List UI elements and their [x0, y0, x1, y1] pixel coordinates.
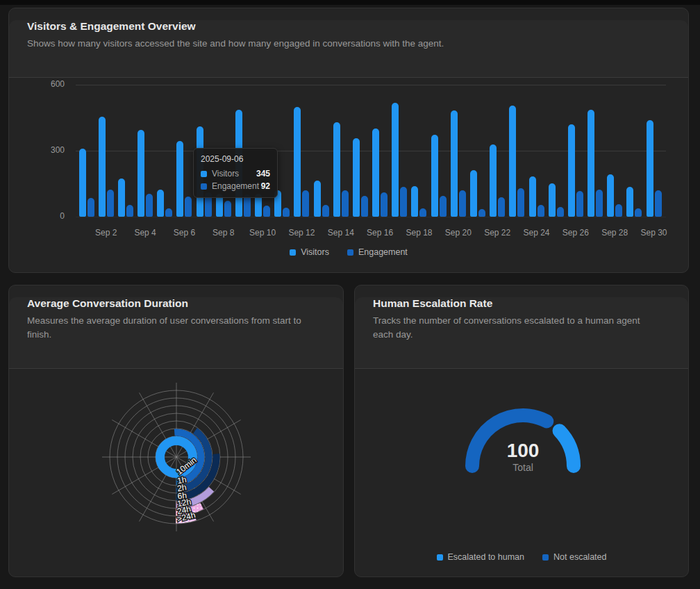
card-subtitle: Tracks the number of conversations escal…: [373, 314, 655, 342]
engagement-bar[interactable]: [146, 194, 153, 217]
engagement-bar[interactable]: [459, 190, 466, 217]
tooltip-row: Engagement92: [201, 181, 270, 191]
conversation-duration-card: Average Conversation Duration Measures t…: [8, 285, 344, 577]
card-title: Average Conversation Duration: [27, 297, 315, 310]
visitors-bar[interactable]: [549, 183, 556, 217]
visitors-bar[interactable]: [647, 120, 653, 217]
visitors-bar[interactable]: [157, 190, 164, 217]
legend-label: Escalated to human: [448, 552, 525, 562]
engagement-bar[interactable]: [517, 188, 524, 217]
visitors-bar[interactable]: [607, 174, 614, 217]
visitors-bar[interactable]: [99, 117, 106, 217]
engagement-bar[interactable]: [498, 197, 505, 217]
engagement-bar[interactable]: [635, 208, 642, 217]
engagement-bar[interactable]: [655, 190, 662, 217]
top-strip: [0, 0, 700, 5]
engagement-bar[interactable]: [596, 190, 603, 217]
legend-label: Not escalated: [553, 552, 606, 562]
legend-marker-icon: [347, 249, 353, 256]
tooltip-series-label: Engagement: [212, 181, 259, 191]
legend-marker-icon: [290, 249, 296, 256]
engagement-bar[interactable]: [185, 197, 192, 217]
visitors-bar[interactable]: [529, 176, 536, 217]
visitors-bar[interactable]: [118, 179, 125, 217]
visitors-bar[interactable]: [314, 181, 321, 217]
engagement-bar[interactable]: [615, 204, 622, 217]
x-axis-label: Sep 20: [440, 228, 476, 238]
engagement-bar[interactable]: [361, 196, 368, 217]
gauge-total-value: 100: [507, 440, 540, 461]
legend-item-not-escalated[interactable]: Not escalated: [542, 552, 606, 562]
card-subtitle: Shows how many visitors accessed the sit…: [27, 37, 655, 51]
visitors-bar[interactable]: [588, 110, 594, 217]
visitors-bar[interactable]: [451, 110, 458, 217]
engagement-bar[interactable]: [381, 192, 388, 217]
visitors-bar[interactable]: [470, 170, 477, 217]
tooltip-series-marker-icon: [201, 183, 207, 190]
x-axis-label: Sep 12: [283, 228, 319, 238]
engagement-bar[interactable]: [165, 208, 172, 217]
legend-marker-icon: [542, 554, 549, 561]
x-axis-label: Sep 22: [479, 228, 515, 238]
x-axis-label: Sep 14: [323, 228, 359, 238]
engagement-bar[interactable]: [283, 208, 290, 217]
visitors-bar[interactable]: [372, 128, 379, 217]
visitors-bar[interactable]: [411, 186, 418, 217]
x-axis-label: Sep 28: [597, 228, 633, 238]
tooltip-series-value: 92: [261, 181, 270, 191]
visitors-bar[interactable]: [353, 138, 360, 217]
engagement-bar[interactable]: [400, 187, 407, 217]
y-axis-label: 300: [37, 145, 65, 155]
y-axis-label: 600: [37, 79, 65, 89]
visitors-bar[interactable]: [392, 103, 399, 217]
card-title: Human Escalation Rate: [373, 297, 660, 310]
engagement-bar[interactable]: [302, 190, 309, 217]
legend-label: Visitors: [301, 247, 329, 257]
gridline-y300: [76, 151, 666, 151]
x-axis-label: Sep 2: [88, 228, 124, 238]
engagement-bar[interactable]: [419, 208, 426, 217]
tooltip-series-marker-icon: [201, 171, 207, 177]
engagement-bar[interactable]: [342, 190, 349, 217]
x-axis-label: Sep 16: [362, 228, 398, 238]
engagement-bar[interactable]: [478, 209, 485, 217]
visitors-bar[interactable]: [294, 107, 301, 217]
visitors-bar[interactable]: [138, 130, 144, 217]
engagement-bar[interactable]: [224, 201, 231, 217]
visitors-bar[interactable]: [431, 135, 438, 217]
visitors-bar[interactable]: [79, 149, 86, 217]
human-escalation-card: Human Escalation Rate Tracks the number …: [354, 285, 689, 577]
engagement-bar[interactable]: [322, 205, 329, 217]
engagement-bar[interactable]: [107, 190, 114, 217]
legend-item-escalated-to-human[interactable]: Escalated to human: [437, 552, 525, 562]
visitors-bar[interactable]: [626, 187, 633, 217]
tooltip-series-label: Visitors: [212, 169, 239, 179]
y-axis-label: 0: [37, 211, 65, 221]
visitors-bar[interactable]: [509, 106, 516, 217]
legend-marker-icon: [437, 554, 443, 561]
visitors-bar[interactable]: [568, 124, 575, 217]
page-title: Visitors & Engagement Overview: [27, 20, 660, 33]
x-axis-label: Sep 30: [636, 228, 672, 238]
gridline-y0: [76, 217, 666, 217]
x-axis-label: Sep 6: [166, 228, 202, 238]
chart-legend: VisitorsEngagement: [9, 247, 688, 257]
engagement-bar[interactable]: [576, 191, 583, 217]
x-axis-label: Sep 10: [244, 228, 281, 238]
tooltip-row: Visitors345: [201, 169, 270, 179]
visitors-bar[interactable]: [490, 144, 497, 217]
engagement-bar[interactable]: [557, 207, 564, 217]
legend-item-visitors[interactable]: Visitors: [290, 247, 329, 257]
gauge-arc-escalated[interactable]: [560, 431, 574, 466]
engagement-bar[interactable]: [538, 205, 544, 217]
chart-tooltip: 2025-09-06 Visitors345Engagement92: [193, 148, 278, 198]
engagement-bar[interactable]: [126, 205, 133, 217]
visitors-bar[interactable]: [176, 141, 183, 217]
radial-duration-chart: 10min1h2h6h12h24h>24h: [9, 358, 343, 576]
engagement-bar[interactable]: [263, 206, 270, 217]
visitors-engagement-card: Visitors & Engagement Overview Shows how…: [8, 8, 689, 273]
visitors-bar[interactable]: [333, 122, 340, 217]
engagement-bar[interactable]: [88, 198, 94, 217]
engagement-bar[interactable]: [440, 196, 447, 217]
legend-item-engagement[interactable]: Engagement: [347, 247, 408, 257]
